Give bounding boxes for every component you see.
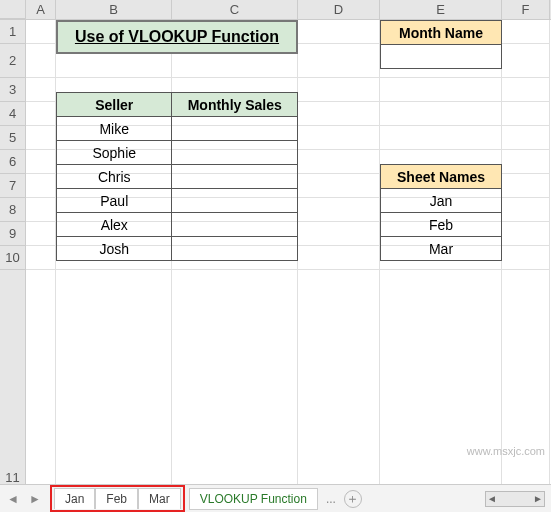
table-row: Alex	[57, 213, 298, 237]
watermark: www.msxjc.com	[467, 445, 545, 457]
new-sheet-button[interactable]: ＋	[344, 490, 362, 508]
scroll-left-icon[interactable]: ◄	[486, 493, 498, 504]
col-header-b[interactable]: B	[56, 0, 172, 19]
month-name-header: Month Name	[381, 21, 502, 45]
seller-cell[interactable]: Chris	[57, 165, 172, 189]
table-row: Mike	[57, 117, 298, 141]
sales-cell[interactable]	[172, 141, 298, 165]
sheet-tab-bar: ◄ ► Jan Feb Mar VLOOKUP Function ... ＋ ◄…	[0, 484, 551, 512]
seller-cell[interactable]: Josh	[57, 237, 172, 261]
select-all-corner[interactable]	[0, 0, 26, 19]
row-header-1[interactable]: 1	[0, 20, 26, 44]
sheet-tab-feb[interactable]: Feb	[95, 488, 138, 509]
sheet-tab-jan[interactable]: Jan	[54, 488, 95, 509]
table-row: Josh	[57, 237, 298, 261]
row-header-2[interactable]: 2	[0, 44, 26, 78]
seller-cell[interactable]: Mike	[57, 117, 172, 141]
tab-nav-prev-icon[interactable]: ◄	[4, 490, 22, 508]
tab-nav-next-icon[interactable]: ►	[26, 490, 44, 508]
spreadsheet-grid: A B C D E F 1 2 3 4 5 6 7 8 9 10 11	[0, 0, 551, 465]
row-header-10[interactable]: 10	[0, 246, 26, 270]
table-row: Chris	[57, 165, 298, 189]
col-header-a[interactable]: A	[26, 0, 56, 19]
table-row: Sophie	[57, 141, 298, 165]
seller-cell[interactable]: Sophie	[57, 141, 172, 165]
seller-table: Seller Monthly Sales Mike Sophie Chris P…	[56, 92, 298, 261]
sales-cell[interactable]	[172, 213, 298, 237]
col-header-d[interactable]: D	[298, 0, 380, 19]
sheet-name-cell[interactable]: Jan	[381, 189, 502, 213]
row-header-9[interactable]: 9	[0, 222, 26, 246]
seller-col-header: Seller	[57, 93, 172, 117]
row-header-11[interactable]: 11	[0, 270, 26, 495]
sales-cell[interactable]	[172, 189, 298, 213]
sheet-names-header: Sheet Names	[381, 165, 502, 189]
col-header-f[interactable]: F	[502, 0, 550, 19]
table-row: Paul	[57, 189, 298, 213]
sales-cell[interactable]	[172, 165, 298, 189]
sales-cell[interactable]	[172, 117, 298, 141]
col-header-e[interactable]: E	[380, 0, 502, 19]
row-header-6[interactable]: 6	[0, 150, 26, 174]
sheet-name-cell[interactable]: Mar	[381, 237, 502, 261]
row-header-3[interactable]: 3	[0, 78, 26, 102]
horizontal-scrollbar[interactable]: ◄ ►	[485, 491, 545, 507]
month-name-table: Month Name	[380, 20, 502, 69]
row-header-5[interactable]: 5	[0, 126, 26, 150]
month-name-cell[interactable]	[381, 45, 502, 69]
col-header-c[interactable]: C	[172, 0, 298, 19]
row-header-8[interactable]: 8	[0, 198, 26, 222]
row-header-4[interactable]: 4	[0, 102, 26, 126]
sales-cell[interactable]	[172, 237, 298, 261]
sheet-names-table: Sheet Names Jan Feb Mar	[380, 164, 502, 261]
more-tabs-icon[interactable]: ...	[326, 492, 336, 506]
seller-cell[interactable]: Paul	[57, 189, 172, 213]
highlighted-tabs-group: Jan Feb Mar	[50, 485, 185, 512]
sheet-tab-vlookup[interactable]: VLOOKUP Function	[189, 488, 318, 510]
page-title: Use of VLOOKUP Function	[56, 20, 298, 54]
column-headers: A B C D E F	[0, 0, 551, 20]
scroll-right-icon[interactable]: ►	[532, 493, 544, 504]
sheet-tab-mar[interactable]: Mar	[138, 488, 181, 509]
row-header-7[interactable]: 7	[0, 174, 26, 198]
sales-col-header: Monthly Sales	[172, 93, 298, 117]
seller-cell[interactable]: Alex	[57, 213, 172, 237]
sheet-name-cell[interactable]: Feb	[381, 213, 502, 237]
row-headers: 1 2 3 4 5 6 7 8 9 10 11	[0, 20, 26, 495]
